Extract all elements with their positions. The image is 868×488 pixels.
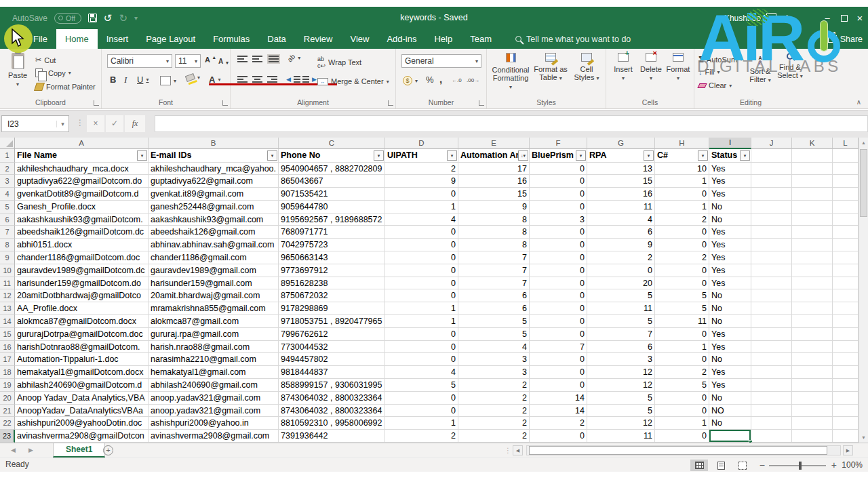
header-cell-F[interactable]: BluePrism▾ <box>530 149 587 163</box>
fill-color-button[interactable]: ▾ <box>186 75 200 81</box>
new-sheet-button[interactable]: + <box>103 445 113 455</box>
cell-B14[interactable]: alokmca87@gmail.com <box>149 315 279 328</box>
bottom-align-button[interactable] <box>267 54 280 64</box>
cancel-entry-icon[interactable]: × <box>87 115 104 132</box>
cell-G5[interactable]: 11 <box>587 201 655 214</box>
cell-I11[interactable]: Yes <box>709 277 751 290</box>
cell-A15[interactable]: gururajDotrpa@gmailDotcom.doc <box>15 328 149 341</box>
cell-A13[interactable]: AA_Profile.docx <box>15 302 149 315</box>
cell-K15[interactable] <box>792 328 833 341</box>
decrease-decimal-button[interactable]: .00→ <box>467 77 479 83</box>
scroll-up-icon[interactable]: ▲ <box>859 138 868 148</box>
accounting-dropdown-icon[interactable]: ▾ <box>415 78 418 84</box>
tab-formulas[interactable]: Formulas <box>204 29 258 49</box>
cell-C4[interactable]: 9071535421 <box>279 188 385 201</box>
cell-E15[interactable]: 5 <box>458 328 530 341</box>
cell-K5[interactable] <box>792 201 833 214</box>
filter-dropdown-icon[interactable]: ▾ <box>644 150 654 161</box>
alignment-dialog-launcher[interactable] <box>388 100 393 106</box>
copy-dropdown-icon[interactable]: ▾ <box>68 70 71 76</box>
column-header-E[interactable]: E <box>458 138 530 149</box>
cell-D5[interactable]: 1 <box>385 201 458 214</box>
cell-H5[interactable]: 1 <box>655 201 709 214</box>
cell-C16[interactable]: 7730044532 <box>279 341 385 354</box>
header-cell-J[interactable] <box>751 149 792 163</box>
format-cells-button[interactable]: Format▾ <box>665 53 692 83</box>
cell-C9[interactable]: 9650663143 <box>279 251 385 264</box>
cell-E21[interactable]: 2 <box>458 405 530 418</box>
cell-D12[interactable]: 0 <box>385 289 458 302</box>
vertical-scroll-thumb[interactable] <box>860 149 867 217</box>
cell-C21[interactable]: 8743064032 , 8800323364 <box>279 405 385 418</box>
collapse-ribbon-icon[interactable]: ∧ <box>856 98 861 106</box>
orientation-button[interactable]: ab▾ <box>288 54 300 62</box>
cell-B12[interactable]: 20amit.bhardwaj@gmail.com <box>149 289 279 302</box>
column-header-B[interactable]: B <box>149 138 279 149</box>
cell-K23[interactable] <box>792 430 833 443</box>
page-break-view-button[interactable] <box>734 460 751 471</box>
cell-E11[interactable]: 7 <box>458 277 530 290</box>
cell-I15[interactable]: Yes <box>709 328 751 341</box>
cell-L23[interactable] <box>833 430 859 443</box>
zoom-out-icon[interactable]: − <box>760 460 765 470</box>
font-family-combo[interactable]: Calibri▾ <box>107 54 172 68</box>
tab-view[interactable]: View <box>341 29 378 49</box>
cell-G19[interactable]: 12 <box>587 379 655 392</box>
header-cell-I[interactable]: Status▾ <box>709 149 751 163</box>
cell-L17[interactable] <box>833 353 859 366</box>
cell-J8[interactable] <box>751 239 792 251</box>
scroll-down-icon[interactable]: ▼ <box>859 432 868 443</box>
cell-A14[interactable]: alokmca87@gmailDotcom.docx <box>15 315 149 328</box>
cell-A2[interactable]: akhileshchaudhary_mca.docx <box>15 163 149 176</box>
align-right-button[interactable] <box>267 76 277 83</box>
cell-D20[interactable]: 0 <box>385 392 458 405</box>
row-header-12[interactable]: 12 <box>0 289 15 302</box>
tab-team[interactable]: Team <box>461 29 500 49</box>
cell-B15[interactable]: gururaj.rpa@gmail.com <box>149 328 279 341</box>
cell-B2[interactable]: akhileshchaudhary_mca@yahoo. <box>149 163 279 176</box>
tab-insert[interactable]: Insert <box>98 29 138 49</box>
cell-F7[interactable]: 0 <box>530 226 587 239</box>
sheet-tab-sheet1[interactable]: Sheet1 <box>53 443 105 458</box>
cell-E22[interactable]: 2 <box>458 417 530 430</box>
cell-D15[interactable]: 0 <box>385 328 458 341</box>
zoom-slider-thumb[interactable] <box>799 462 802 470</box>
cell-L5[interactable] <box>833 201 859 214</box>
cell-A21[interactable]: AnoopYadav_DataAnalyticsVBAa <box>15 405 149 418</box>
cell-J13[interactable] <box>751 302 792 315</box>
filter-dropdown-icon[interactable]: ▾ <box>137 150 147 161</box>
row-header-13[interactable]: 13 <box>0 302 15 315</box>
cell-E10[interactable]: 7 <box>458 264 530 277</box>
cell-J3[interactable] <box>751 175 792 188</box>
cell-J7[interactable] <box>751 226 792 239</box>
cell-A19[interactable]: abhilash240690@gmailDotcom.d <box>15 379 149 392</box>
cell-C11[interactable]: 8951628238 <box>279 277 385 290</box>
name-box-dropdown-icon[interactable]: ▾ <box>56 121 68 127</box>
cell-L19[interactable] <box>833 379 859 392</box>
conditional-formatting-button[interactable]: ConditionalFormatting ▾ <box>491 53 530 92</box>
cell-D16[interactable]: 0 <box>385 341 458 354</box>
cell-A12[interactable]: 20amitDotbhardwaj@gmailDotco <box>15 289 149 302</box>
cell-K4[interactable] <box>792 188 833 201</box>
cell-H21[interactable]: 0 <box>655 405 709 418</box>
cell-B11[interactable]: harisunder159@gmail.com <box>149 277 279 290</box>
cell-F8[interactable]: 0 <box>530 239 587 251</box>
column-header-H[interactable]: H <box>655 138 709 149</box>
cell-I20[interactable]: No <box>709 392 751 405</box>
cut-button[interactable]: ✂Cut <box>35 56 56 64</box>
cell-F12[interactable]: 0 <box>530 289 587 302</box>
cell-K6[interactable] <box>792 214 833 226</box>
cell-A4[interactable]: gvenkatDotit89@gmailDotcom.d <box>15 188 149 201</box>
cell-C15[interactable]: 7996762612 <box>279 328 385 341</box>
cell-J17[interactable] <box>751 353 792 366</box>
row-header-9[interactable]: 9 <box>0 251 15 264</box>
middle-align-button[interactable] <box>252 56 262 62</box>
decrease-indent-button[interactable]: ◀ <box>286 76 300 83</box>
cell-I10[interactable]: Yes <box>709 264 751 277</box>
row-header-5[interactable]: 5 <box>0 201 15 214</box>
cell-F5[interactable]: 0 <box>530 201 587 214</box>
header-cell-D[interactable]: UIPATH▾ <box>385 149 458 163</box>
cell-D23[interactable]: 2 <box>385 430 458 443</box>
merge-dropdown-icon[interactable]: ▾ <box>387 79 389 85</box>
cell-B4[interactable]: gvenkat.it89@gmail.com <box>149 188 279 201</box>
